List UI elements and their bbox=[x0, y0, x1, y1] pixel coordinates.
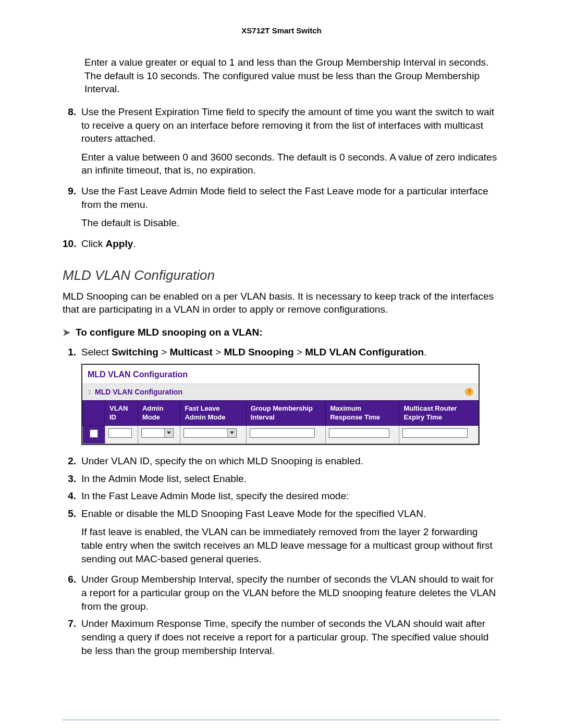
vlan-id-input[interactable] bbox=[108, 428, 132, 438]
step-number: 4. bbox=[63, 489, 76, 503]
step-body: Enable or disable the MLD Snooping Fast … bbox=[81, 507, 500, 521]
column-header: Fast Leave Admin Mode bbox=[180, 400, 246, 425]
step-body: Use the Present Expiration Time field to… bbox=[81, 105, 500, 145]
step-text: Select bbox=[81, 347, 112, 357]
nav-path-part: MLD Snooping bbox=[224, 347, 294, 357]
intro-paragraph: Enter a value greater or equal to 1 and … bbox=[84, 56, 500, 96]
fast-leave-cell bbox=[180, 425, 246, 443]
column-header: Maximum Response Time bbox=[326, 400, 399, 425]
column-header: Group Membership Interval bbox=[246, 400, 326, 425]
row-select-cell bbox=[83, 425, 105, 443]
table-row bbox=[83, 425, 479, 443]
step-number: 5. bbox=[63, 507, 76, 521]
footer-divider bbox=[63, 720, 500, 720]
list-item: 6. Under Group Membership Interval, spec… bbox=[63, 573, 500, 613]
procedure-title: To configure MLD snooping on a VLAN: bbox=[76, 326, 263, 339]
step-number: 3. bbox=[63, 472, 76, 486]
step-number: 7. bbox=[63, 617, 76, 657]
list-item: 5. Enable or disable the MLD Snooping Fa… bbox=[63, 507, 500, 521]
table-header-row: VLAN IDAdmin ModeFast Leave Admin ModeGr… bbox=[83, 400, 479, 425]
step-number: 6. bbox=[63, 573, 76, 613]
column-header: VLAN ID bbox=[105, 400, 138, 425]
config-table: VLAN IDAdmin ModeFast Leave Admin ModeGr… bbox=[82, 400, 479, 444]
step-sub: Enter a value between 0 and 3600 seconds… bbox=[81, 151, 500, 177]
step-body: In the Fast Leave Admin Mode list, speci… bbox=[81, 489, 500, 503]
panel-title: MLD VLAN Configuration bbox=[82, 365, 479, 384]
step-body: Under Maximum Response Time, specify the… bbox=[81, 617, 500, 657]
max-response-input[interactable] bbox=[329, 428, 389, 438]
step-body: Under Group Membership Interval, specify… bbox=[81, 573, 500, 613]
header-title: XS712T Smart Switch bbox=[63, 26, 500, 35]
step-suffix: . bbox=[133, 238, 136, 249]
group-interval-input[interactable] bbox=[250, 428, 315, 438]
step-body: In the Admin Mode list, select Enable. bbox=[81, 472, 500, 486]
step-text: Click bbox=[81, 238, 105, 249]
list-item: 4. In the Fast Leave Admin Mode list, sp… bbox=[63, 489, 500, 503]
step-number: 1. bbox=[63, 346, 76, 359]
group-interval-cell bbox=[246, 425, 326, 443]
column-header: Multicast Router Expiry Time bbox=[399, 400, 479, 425]
admin-mode-select[interactable] bbox=[141, 428, 174, 438]
list-item: 9. Use the Fast Leave Admin Mode field t… bbox=[63, 184, 500, 211]
mld-vlan-config-screenshot: MLD VLAN Configuration :: MLD VLAN Confi… bbox=[81, 364, 480, 445]
list-item: 2. Under VLAN ID, specify the on which M… bbox=[63, 454, 500, 468]
breadcrumb-sep: > bbox=[213, 347, 224, 357]
nav-path-part: Switching bbox=[112, 347, 158, 357]
step-sub: If fast leave is enabled, the VLAN can b… bbox=[81, 525, 500, 565]
list-item: 3. In the Admin Mode list, select Enable… bbox=[63, 472, 500, 486]
collapse-icon[interactable]: :: bbox=[88, 388, 91, 396]
router-expiry-cell bbox=[399, 425, 479, 443]
step-body: Use the Fast Leave Admin Mode field to s… bbox=[81, 184, 500, 211]
step-suffix: . bbox=[424, 347, 426, 357]
vlan-id-cell bbox=[105, 425, 138, 443]
procedure-heading: ➤ To configure MLD snooping on a VLAN: bbox=[63, 326, 500, 339]
max-response-cell bbox=[326, 425, 399, 443]
step-number: 10. bbox=[63, 237, 76, 251]
breadcrumb-sep: > bbox=[294, 347, 305, 357]
column-header bbox=[83, 400, 105, 425]
nav-path-part: Multicast bbox=[169, 347, 212, 357]
panel-subbar: :: MLD VLAN Configuration ? bbox=[82, 384, 479, 400]
fast-leave-select[interactable] bbox=[183, 428, 237, 438]
step-number: 9. bbox=[63, 184, 76, 211]
admin-mode-cell bbox=[138, 425, 180, 443]
panel-subtitle: MLD VLAN Configuration bbox=[95, 387, 182, 397]
step-number: 2. bbox=[63, 454, 76, 468]
nav-path-part: MLD VLAN Configuration bbox=[305, 347, 424, 357]
arrow-icon: ➤ bbox=[63, 326, 70, 339]
step-number: 8. bbox=[63, 105, 76, 145]
step-body: Under VLAN ID, specify the on which MLD … bbox=[81, 454, 500, 468]
router-expiry-input[interactable] bbox=[402, 428, 468, 438]
row-checkbox[interactable] bbox=[90, 429, 98, 438]
breadcrumb-sep: > bbox=[158, 347, 170, 357]
column-header: Admin Mode bbox=[138, 400, 180, 425]
help-icon[interactable]: ? bbox=[465, 388, 473, 396]
section-intro: MLD Snooping can be enabled on a per VLA… bbox=[63, 290, 500, 316]
apply-label: Apply bbox=[105, 238, 133, 249]
list-item: 8. Use the Present Expiration Time field… bbox=[63, 105, 500, 145]
step-sub: The default is Disable. bbox=[81, 216, 500, 230]
step-1: 1. Select Switching > Multicast > MLD Sn… bbox=[63, 346, 500, 359]
step-10: 10. Click Apply. bbox=[63, 237, 500, 251]
section-heading: MLD VLAN Configuration bbox=[63, 266, 500, 285]
list-item: 7. Under Maximum Response Time, specify … bbox=[63, 617, 500, 657]
